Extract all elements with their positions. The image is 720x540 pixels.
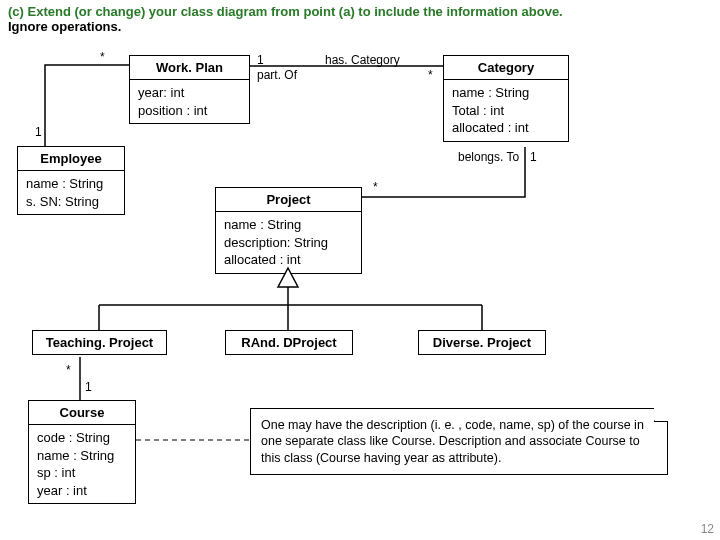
class-workplan: Work. Plan year: int position : int — [129, 55, 250, 124]
class-course-attrs: code : String name : String sp : int yea… — [29, 425, 135, 503]
role-partof: part. Of — [257, 68, 297, 82]
title-black: Ignore operations. — [8, 19, 121, 34]
class-employee-name: Employee — [18, 147, 124, 171]
mult-belongs-one: 1 — [530, 150, 537, 164]
mult-partof-one: 1 — [257, 53, 264, 67]
class-employee: Employee name : String s. SN: String — [17, 146, 125, 215]
class-category-attrs: name : String Total : int allocated : in… — [444, 80, 568, 141]
mult-course-one: 1 — [85, 380, 92, 394]
role-belongs: belongs. To — [458, 150, 519, 164]
class-workplan-name: Work. Plan — [130, 56, 249, 80]
note-fold-icon — [654, 408, 668, 422]
class-project: Project name : String description: Strin… — [215, 187, 362, 274]
class-employee-attrs: name : String s. SN: String — [18, 171, 124, 214]
title-green: (c) Extend (or change) your class diagra… — [8, 4, 563, 19]
role-hascat: has. Category — [325, 53, 400, 67]
class-teaching: Teaching. Project — [32, 330, 167, 355]
uml-note: One may have the description (i. e. , co… — [250, 408, 668, 475]
mult-proj-star: * — [373, 180, 378, 194]
class-project-attrs: name : String description: String alloca… — [216, 212, 361, 273]
note-text: One may have the description (i. e. , co… — [261, 418, 644, 465]
mult-course-star: * — [66, 363, 71, 377]
class-project-name: Project — [216, 188, 361, 212]
class-course: Course code : String name : String sp : … — [28, 400, 136, 504]
question-title: (c) Extend (or change) your class diagra… — [8, 4, 563, 34]
class-diverse-name: Diverse. Project — [419, 331, 545, 354]
slide-number: 12 — [701, 522, 714, 536]
mult-emp-star: * — [100, 50, 105, 64]
class-category: Category name : String Total : int alloc… — [443, 55, 569, 142]
mult-emp-one: 1 — [35, 125, 42, 139]
class-teaching-name: Teaching. Project — [33, 331, 166, 354]
class-randd: RAnd. DProject — [225, 330, 353, 355]
class-diverse: Diverse. Project — [418, 330, 546, 355]
class-workplan-attrs: year: int position : int — [130, 80, 249, 123]
mult-hascat-star: * — [428, 68, 433, 82]
class-category-name: Category — [444, 56, 568, 80]
class-randd-name: RAnd. DProject — [226, 331, 352, 354]
class-course-name: Course — [29, 401, 135, 425]
